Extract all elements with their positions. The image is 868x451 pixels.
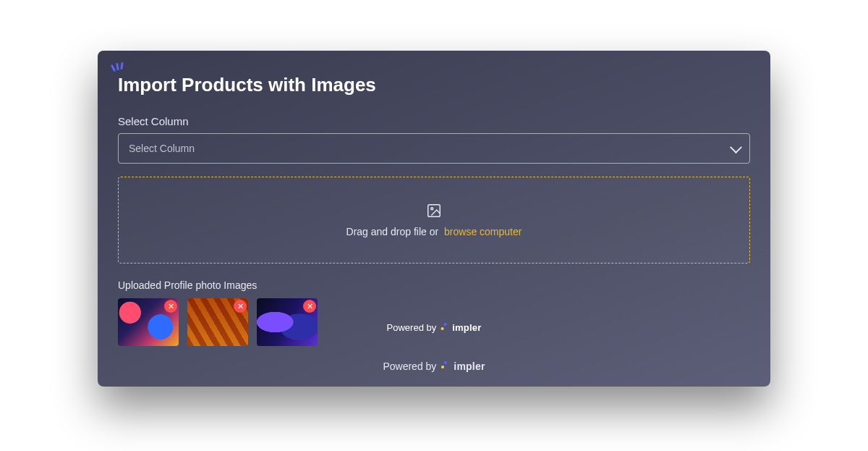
footer-prefix: Powered by: [383, 361, 436, 372]
modal-footer: Powered by impler: [118, 361, 750, 372]
dropzone-text: Drag and drop file or browse computer: [346, 226, 522, 237]
close-icon: ✕: [237, 303, 244, 311]
close-icon: ✕: [168, 303, 174, 311]
remove-image-button[interactable]: ✕: [234, 300, 247, 313]
impler-logo-icon: [441, 361, 448, 371]
chevron-down-icon: [730, 141, 742, 153]
browse-computer-link[interactable]: browse computer: [444, 226, 522, 237]
file-dropzone[interactable]: Drag and drop file or browse computer: [118, 177, 750, 264]
remove-image-button[interactable]: ✕: [303, 300, 316, 313]
select-placeholder: Select Column: [129, 143, 195, 154]
footer-brand: impler: [454, 361, 485, 372]
modal-title: Import Products with Images: [118, 74, 750, 96]
uploaded-image-thumbnail[interactable]: ✕: [257, 298, 318, 346]
uploaded-image-thumbnail[interactable]: ✕: [118, 298, 179, 346]
uploads-section-label: Uploaded Profile photo Images: [118, 279, 750, 291]
image-icon: [426, 203, 442, 219]
remove-image-button[interactable]: ✕: [164, 300, 177, 313]
svg-rect-0: [428, 205, 441, 217]
import-modal: Import Products with Images Select Colum…: [98, 51, 770, 387]
uploaded-image-thumbnail[interactable]: ✕: [187, 298, 248, 346]
close-icon: ✕: [307, 303, 313, 311]
dropzone-instruction: Drag and drop file or: [346, 226, 439, 237]
accent-decoration: [112, 62, 125, 72]
select-column-label: Select Column: [118, 115, 750, 127]
svg-point-1: [431, 208, 433, 210]
uploads-row: ✕ ✕ ✕ Powered by impler: [118, 298, 750, 346]
select-column-dropdown[interactable]: Select Column: [118, 133, 750, 164]
